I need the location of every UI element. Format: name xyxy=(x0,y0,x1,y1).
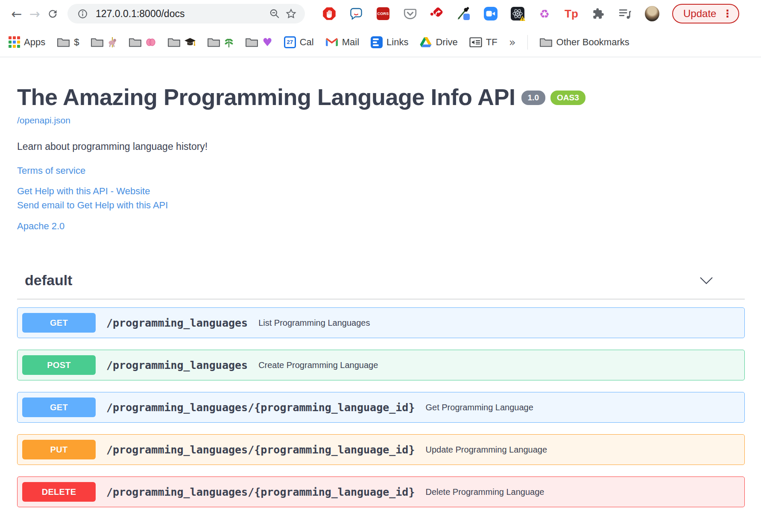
brain-icon xyxy=(146,38,156,47)
url-text[interactable]: 127.0.0.1:8000/docs xyxy=(96,8,266,20)
license-link[interactable]: Apache 2.0 xyxy=(17,221,745,232)
zoom-app-icon[interactable] xyxy=(483,6,498,21)
menu-kebab-icon[interactable]: ⋮ xyxy=(722,8,732,20)
method-badge: DELETE xyxy=(22,482,96,502)
adblock-icon[interactable] xyxy=(322,6,337,21)
tp-extension-icon[interactable]: Tp xyxy=(564,6,579,21)
update-button[interactable]: Update ⋮ xyxy=(672,4,739,23)
bookmark-folder-graduation[interactable] xyxy=(167,36,196,48)
method-badge: PUT xyxy=(22,440,96,459)
bookmark-tf[interactable]: TF xyxy=(469,37,498,48)
version-badge: 1.0 xyxy=(521,91,545,105)
terms-of-service-link[interactable]: Terms of service xyxy=(17,165,745,176)
cors-icon[interactable]: CORS xyxy=(376,6,390,21)
bookmark-folder-brain[interactable] xyxy=(129,36,156,48)
profile-avatar[interactable] xyxy=(645,6,659,21)
recycle-extension-icon[interactable]: ♻ xyxy=(537,6,552,21)
endpoint-path: /programming_languages xyxy=(106,359,248,371)
gmail-icon xyxy=(325,37,338,47)
bookmarks-divider xyxy=(527,35,528,50)
page-info-icon[interactable] xyxy=(74,6,91,22)
bookmarks-overflow-chevron[interactable]: » xyxy=(509,36,516,49)
oas3-badge: OAS3 xyxy=(550,91,585,105)
folder-icon xyxy=(539,36,553,48)
help-website-link[interactable]: Get Help with this API - Website xyxy=(17,184,745,198)
carousel-horse-icon xyxy=(108,37,117,48)
bookmarks-bar: Apps $ xyxy=(0,27,761,57)
graduation-cap-icon xyxy=(184,37,196,47)
google-calendar-icon: 27 xyxy=(284,36,296,48)
apps-grid-icon xyxy=(9,36,20,48)
links-icon xyxy=(371,36,383,48)
page-title: The Amazing Programming Language Info AP… xyxy=(17,84,515,110)
endpoint-path: /programming_languages/{programming_lang… xyxy=(106,401,415,414)
bookmark-links[interactable]: Links xyxy=(371,36,408,48)
endpoint-summary: List Programming Languages xyxy=(258,318,370,328)
endpoint-path: /programming_languages xyxy=(106,317,248,329)
method-badge: GET xyxy=(22,398,96,417)
endpoint-summary: Update Programming Language xyxy=(425,445,547,455)
endpoint-row[interactable]: DELETE /programming_languages/{programmi… xyxy=(17,476,745,507)
folder-icon xyxy=(91,36,104,48)
swagger-page: The Amazing Programming Language Info AP… xyxy=(0,57,761,507)
endpoint-summary: Create Programming Language xyxy=(258,360,378,370)
browser-toolbar: ← → 127.0.0.1:8000/docs xyxy=(0,0,761,27)
back-icon[interactable]: ← xyxy=(8,5,26,23)
endpoint-row[interactable]: PUT /programming_languages/{programming_… xyxy=(17,434,745,465)
bookmark-folder-carousel-horse[interactable] xyxy=(91,36,117,48)
openapi-json-link[interactable]: /openapi.json xyxy=(17,115,70,126)
endpoint-row[interactable]: GET /programming_languages/{programming_… xyxy=(17,392,745,423)
api-description: Learn about programming language history… xyxy=(17,141,745,152)
endpoint-row[interactable]: GET /programming_languages List Programm… xyxy=(17,307,745,338)
endpoint-path: /programming_languages/{programming_lang… xyxy=(106,486,415,498)
reload-icon[interactable] xyxy=(44,5,61,23)
bookmark-mail[interactable]: Mail xyxy=(325,37,359,48)
endpoint-summary: Delete Programming Language xyxy=(425,487,544,497)
folder-icon xyxy=(245,36,258,48)
folder-icon xyxy=(167,36,181,48)
extensions-row: CORS xyxy=(322,6,659,21)
endpoint-summary: Get Programming Language xyxy=(425,403,533,412)
chat-bubble-icon[interactable] xyxy=(349,6,363,21)
method-badge: GET xyxy=(22,313,96,333)
pocket-icon[interactable] xyxy=(403,6,417,21)
eyedropper-icon[interactable] xyxy=(457,6,471,21)
method-badge: POST xyxy=(22,355,96,375)
chevron-down-icon[interactable] xyxy=(700,277,713,284)
default-section-header[interactable]: default xyxy=(17,272,745,299)
puzzle-extensions-icon[interactable] xyxy=(591,6,606,21)
help-email-link[interactable]: Send email to Get Help with this API xyxy=(17,198,745,212)
address-bar[interactable]: 127.0.0.1:8000/docs xyxy=(67,4,305,23)
bookmark-folder-dollar[interactable]: $ xyxy=(57,36,79,48)
apps-shortcut[interactable]: Apps xyxy=(9,36,45,48)
tf-card-icon xyxy=(469,37,482,47)
folder-icon xyxy=(207,36,220,48)
endpoint-path: /programming_languages/{programming_lang… xyxy=(106,444,415,456)
section-title: default xyxy=(25,272,72,289)
bookmark-star-icon[interactable] xyxy=(283,6,299,22)
folder-icon xyxy=(129,36,142,48)
bookmark-drive[interactable]: Drive xyxy=(420,37,457,48)
herb-icon xyxy=(224,37,234,48)
bookmark-folder-purple-heart[interactable]: ♥ xyxy=(245,36,272,49)
zoom-level-icon[interactable] xyxy=(266,6,283,22)
playlist-icon[interactable] xyxy=(618,6,632,21)
purple-heart-icon: ♥ xyxy=(262,36,272,49)
react-devtools-icon[interactable] xyxy=(510,6,525,21)
bookmark-folder-herb[interactable] xyxy=(207,36,234,48)
folder-icon xyxy=(57,36,70,48)
other-bookmarks[interactable]: Other Bookmarks xyxy=(539,36,629,48)
forward-icon: → xyxy=(26,5,44,23)
google-drive-icon xyxy=(420,37,432,47)
endpoint-row[interactable]: POST /programming_languages Create Progr… xyxy=(17,350,745,380)
bookmark-calendar[interactable]: 27 Cal xyxy=(284,36,314,48)
shortcut-arrow-icon[interactable] xyxy=(430,6,444,21)
endpoints-list: GET /programming_languages List Programm… xyxy=(17,307,745,507)
